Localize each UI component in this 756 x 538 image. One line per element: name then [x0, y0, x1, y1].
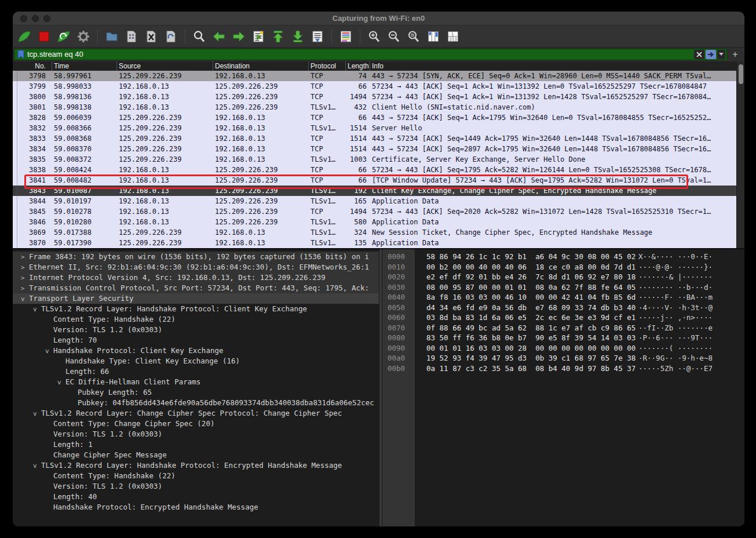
column-header-protocol[interactable]: Protocol	[308, 61, 345, 71]
save-file-button[interactable]	[123, 28, 140, 45]
column-header-source[interactable]: Source	[116, 61, 213, 71]
detail-row[interactable]: Handshake Type: Client Key Exchange (16)	[13, 356, 379, 366]
packet-row[interactable]: 383459.008370125.209.226.239192.168.0.13…	[13, 144, 736, 154]
column-header-no[interactable]: No.	[13, 61, 52, 71]
column-header-length[interactable]: Length	[345, 61, 370, 71]
detail-row[interactable]: vTLSv1.2 Record Layer: Handshake Protoco…	[13, 304, 379, 314]
hex-row[interactable]: 0050d4 34 e6 fd e9 0a 56 db e7 68 09 33 …	[382, 303, 744, 313]
hex-row[interactable]: 009000 01 01 16 03 03 00 28 00 00 00 00 …	[382, 343, 744, 354]
expand-arrow-icon[interactable]: >	[21, 283, 29, 293]
detail-row[interactable]: Length: 70	[13, 335, 379, 346]
stop-capture-button[interactable]	[36, 28, 52, 45]
detail-row[interactable]: vEC Diffie-Hellman Client Params	[13, 377, 379, 387]
detail-row[interactable]: Change Cipher Spec Message	[13, 450, 379, 460]
packet-row[interactable]: 383859.008424192.168.0.13125.209.226.239…	[13, 165, 736, 175]
packet-row[interactable]: 383359.008368125.209.226.239192.168.0.13…	[13, 133, 736, 144]
resize-columns-button[interactable]	[425, 28, 441, 45]
collapse-arrow-icon[interactable]: v	[33, 304, 41, 314]
display-filter-input[interactable]	[27, 50, 694, 59]
detail-row[interactable]: >Internet Protocol Version 4, Src: 192.1…	[13, 272, 379, 283]
bookmark-icon[interactable]	[14, 49, 27, 60]
packet-row[interactable]: 379858.997961125.209.226.239192.168.0.13…	[13, 71, 736, 81]
clear-filter-button[interactable]	[694, 50, 704, 59]
hex-row[interactable]: 008083 50 ff f6 36 b8 0e b7 90 e5 8f 39 …	[382, 333, 744, 343]
capture-options-button[interactable]	[75, 28, 92, 45]
find-packet-button[interactable]	[191, 28, 207, 45]
layout-chooser-button[interactable]: 123	[445, 28, 461, 45]
detail-row[interactable]: Content Type: Handshake (22)	[13, 314, 379, 325]
hex-row[interactable]: 00b00a 11 87 c3 c2 35 5a 68 08 b4 40 9d …	[382, 363, 744, 374]
expand-arrow-icon[interactable]: >	[21, 273, 29, 283]
reload-file-button[interactable]	[163, 28, 179, 45]
detail-row[interactable]: Pubkey Length: 65	[13, 387, 379, 398]
packet-row[interactable]: 384359.010087192.168.0.13125.209.226.239…	[13, 186, 736, 196]
detail-row[interactable]: Length: 66	[13, 366, 379, 377]
collapse-arrow-icon[interactable]: v	[45, 346, 53, 356]
hex-row[interactable]: 00408a f8 16 03 03 00 46 10 00 00 42 41 …	[382, 292, 744, 303]
open-file-button[interactable]	[104, 28, 120, 45]
detail-row[interactable]: vTransport Layer Security	[13, 293, 379, 304]
detail-row[interactable]: vHandshake Protocol: Client Key Exchange	[13, 346, 379, 356]
packet-row[interactable]: 384459.010197192.168.0.13125.209.226.239…	[13, 196, 736, 206]
detail-row[interactable]: Version: TLS 1.2 (0x0303)	[13, 481, 379, 492]
packet-row[interactable]: 383259.008366125.209.226.239192.168.0.13…	[13, 123, 736, 133]
go-back-button[interactable]	[211, 28, 227, 45]
auto-scroll-button[interactable]	[309, 28, 326, 45]
expand-arrow-icon[interactable]: >	[21, 252, 29, 262]
go-to-packet-button[interactable]	[250, 28, 266, 45]
detail-row[interactable]: Version: TLS 1.2 (0x0303)	[13, 325, 379, 335]
zoom-out-button[interactable]	[386, 28, 402, 45]
detail-row[interactable]: Pubkey: 04fb856dd434e6fde90a56dbe7680933…	[13, 398, 379, 408]
hex-row[interactable]: 003008 00 95 87 00 00 01 01 08 0a 62 7f …	[382, 282, 744, 293]
apply-filter-button[interactable]	[706, 50, 716, 59]
filter-dropdown-button[interactable]	[717, 50, 725, 59]
packet-row[interactable]: 383559.008372125.209.226.239192.168.0.13…	[13, 154, 736, 165]
packet-list-scrollbar[interactable]	[736, 61, 744, 248]
detail-row[interactable]: >Ethernet II, Src: 92:b1:a6:04:9c:30 (92…	[13, 262, 379, 272]
packet-row[interactable]: 384659.010280192.168.0.13125.209.226.239…	[13, 217, 736, 227]
zoom-in-button[interactable]	[366, 28, 382, 45]
packet-row[interactable]: 384159.008482192.168.0.13125.209.226.239…	[13, 175, 736, 186]
close-file-button[interactable]	[143, 28, 159, 45]
detail-row[interactable]: Handshake Protocol: Encrypted Handshake …	[13, 502, 379, 512]
column-header-destination[interactable]: Destination	[213, 61, 308, 71]
detail-row[interactable]: Length: 1	[13, 439, 379, 450]
packet-row[interactable]: 382859.006039125.209.226.239192.168.0.13…	[13, 112, 736, 123]
detail-row[interactable]: vTLSv1.2 Record Layer: Handshake Protoco…	[13, 460, 379, 471]
colorize-packets-button[interactable]	[338, 28, 354, 45]
go-first-packet-button[interactable]	[270, 28, 286, 45]
go-forward-button[interactable]	[231, 28, 247, 45]
detail-row[interactable]: Length: 40	[13, 492, 379, 502]
expand-arrow-icon[interactable]: >	[21, 263, 29, 272]
packet-row[interactable]: 379958.998033192.168.0.13125.209.226.239…	[13, 81, 736, 92]
packet-row[interactable]: 380158.998138192.168.0.13125.209.226.239…	[13, 102, 736, 112]
zoom-reset-button[interactable]	[406, 28, 422, 45]
packet-row[interactable]: 386959.017388125.209.226.239192.168.0.13…	[13, 227, 736, 238]
hex-row[interactable]: 006003 8d ba 83 1d 6a 06 e5 2c ec 6e 3e …	[382, 312, 744, 323]
column-header-info[interactable]: Info	[370, 61, 744, 71]
add-filter-button[interactable]: +	[731, 49, 740, 60]
hex-row[interactable]: 0020e2 ef df 92 01 bb e4 26 7c 8d d1 06 …	[382, 272, 744, 282]
detail-row[interactable]: Content Type: Handshake (22)	[13, 471, 379, 481]
collapse-arrow-icon[interactable]: v	[57, 377, 65, 387]
hex-row[interactable]: 00700f 88 66 49 bc ad 5a 62 88 1c e7 af …	[382, 323, 744, 333]
detail-row[interactable]: >Transmission Control Protocol, Src Port…	[13, 283, 379, 293]
packet-row[interactable]: 380058.998136192.168.0.13125.209.226.239…	[13, 92, 736, 102]
collapse-arrow-icon[interactable]: v	[21, 294, 29, 304]
display-filter-field[interactable]	[14, 49, 727, 60]
detail-row[interactable]: >Frame 3843: 192 bytes on wire (1536 bit…	[13, 252, 379, 262]
scrollbar-thumb[interactable]	[739, 64, 743, 84]
start-capture-button[interactable]	[16, 28, 32, 45]
packet-row[interactable]: 387059.017390125.209.226.239192.168.0.13…	[13, 238, 736, 248]
collapse-arrow-icon[interactable]: v	[33, 409, 41, 419]
detail-row[interactable]: Version: TLS 1.2 (0x0303)	[13, 429, 379, 439]
go-last-packet-button[interactable]	[290, 28, 306, 45]
column-header-time[interactable]: Time	[52, 61, 116, 71]
hex-row[interactable]: 00a019 52 93 f4 39 47 95 d3 0b 39 c1 68 …	[382, 353, 744, 363]
hex-row[interactable]: 001000 b2 00 00 40 00 40 06 18 ce c0 a8 …	[382, 262, 744, 272]
collapse-arrow-icon[interactable]: v	[33, 461, 41, 471]
hex-row[interactable]: 000058 86 94 26 1c 1c 92 b1 a6 04 9c 30 …	[382, 252, 744, 262]
detail-row[interactable]: Content Type: Change Cipher Spec (20)	[13, 419, 379, 429]
detail-row[interactable]: vTLSv1.2 Record Layer: Change Cipher Spe…	[13, 408, 379, 419]
restart-capture-button[interactable]	[56, 28, 72, 45]
